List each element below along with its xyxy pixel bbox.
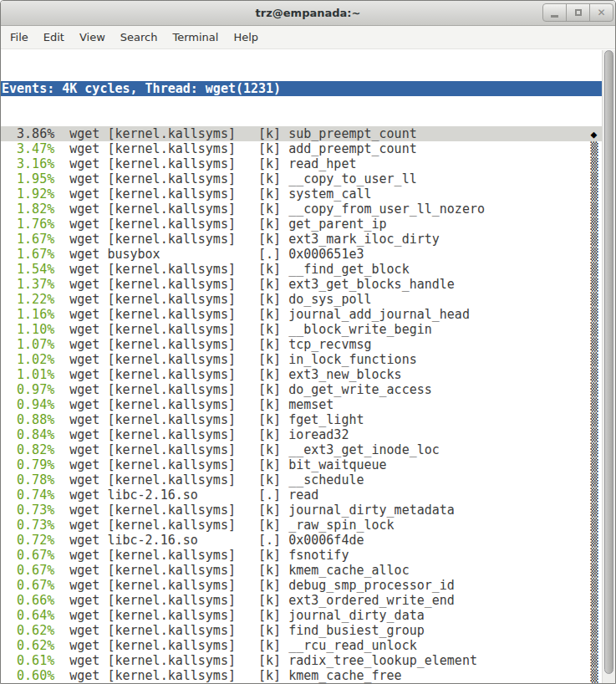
perf-row[interactable]: 0.88% wget [kernel.kallsyms] [k] fget_li… [2,412,602,427]
row-detail: wget [kernel.kallsyms] [k] get_parent_ip [54,217,590,232]
perf-row[interactable]: 0.79% wget [kernel.kallsyms] [k] bit_wai… [2,457,602,472]
perf-row[interactable]: 0.78% wget [kernel.kallsyms] [k] __sched… [2,472,602,487]
perf-row[interactable]: 1.02% wget [kernel.kallsyms] [k] in_lock… [2,352,602,367]
close-button[interactable]: ✕ [589,3,613,22]
overhead-percent: 0.84% [2,427,54,442]
row-texture-icon: ▒ [590,653,598,668]
perf-row[interactable]: 1.37% wget [kernel.kallsyms] [k] ext3_ge… [2,277,602,292]
perf-row[interactable]: 0.61% wget [kernel.kallsyms] [k] radix_t… [2,653,602,668]
row-texture-icon: ▒ [590,548,598,563]
row-texture-icon: ▒ [590,262,598,277]
menu-file[interactable]: File [3,27,36,48]
overhead-percent: 0.97% [2,382,54,397]
perf-row[interactable]: 0.94% wget [kernel.kallsyms] [k] memset … [2,397,602,412]
menu-edit[interactable]: Edit [36,27,72,48]
perf-row[interactable]: 3.16% wget [kernel.kallsyms] [k] read_hp… [2,156,602,171]
overhead-percent: 0.62% [2,638,54,653]
row-detail: wget [kernel.kallsyms] [k] system_call [54,186,590,202]
row-texture-icon: ▒ [590,487,598,503]
row-texture-icon: ▒ [590,668,598,683]
titlebar[interactable]: trz@empanada:~ ✕ [1,1,615,26]
overhead-percent: 0.74% [2,487,54,503]
perf-row[interactable]: 1.67% wget busybox [.] 0x000651e3 ▒ [2,247,602,262]
minimize-button[interactable] [542,3,567,22]
overhead-percent: 1.54% [2,262,54,277]
overhead-percent: 1.67% [2,232,54,247]
overhead-percent: 0.67% [2,578,54,593]
row-texture-icon: ▒ [590,247,598,262]
overhead-percent: 0.67% [2,548,54,563]
perf-row[interactable]: 1.10% wget [kernel.kallsyms] [k] __block… [2,322,602,337]
perf-row[interactable]: 3.47% wget [kernel.kallsyms] [k] add_pre… [2,141,602,156]
row-texture-icon: ▒ [590,457,598,472]
row-texture-icon: ▒ [590,277,598,292]
scrollbar-thumb[interactable] [604,50,613,674]
row-detail: wget [kernel.kallsyms] [k] add_preempt_c… [54,141,590,156]
row-detail: wget [kernel.kallsyms] [k] __find_get_bl… [54,262,590,277]
menu-view[interactable]: View [72,27,113,48]
perf-row[interactable]: 0.67% wget [kernel.kallsyms] [k] debug_s… [2,578,602,593]
overhead-percent: 1.16% [2,307,54,322]
perf-row[interactable]: 0.66% wget [kernel.kallsyms] [k] ext3_or… [2,593,602,608]
overhead-percent: 1.67% [2,247,54,262]
perf-row[interactable]: 1.54% wget [kernel.kallsyms] [k] __find_… [2,262,602,277]
overhead-percent: 1.95% [2,171,54,186]
overhead-percent: 0.88% [2,412,54,427]
overhead-percent: 0.60% [2,668,54,683]
menu-help[interactable]: Help [226,27,266,48]
menu-terminal[interactable]: Terminal [165,27,226,48]
row-detail: wget [kernel.kallsyms] [k] ext3_mark_ilo… [54,232,590,247]
perf-row[interactable]: 0.62% wget [kernel.kallsyms] [k] __rcu_r… [2,638,602,653]
maximize-button[interactable] [566,3,590,22]
perf-row[interactable]: 1.92% wget [kernel.kallsyms] [k] system_… [2,186,602,202]
overhead-percent: 1.07% [2,337,54,352]
overhead-percent: 1.10% [2,322,54,337]
overhead-percent: 0.82% [2,442,54,457]
row-detail: wget [kernel.kallsyms] [k] ext3_get_bloc… [54,277,590,292]
perf-row[interactable]: 1.67% wget [kernel.kallsyms] [k] ext3_ma… [2,232,602,247]
row-detail: wget libc-2.16.so [.] read [54,487,590,503]
overhead-percent: 0.73% [2,518,54,533]
perf-row[interactable]: 1.16% wget [kernel.kallsyms] [k] journal… [2,307,602,322]
perf-row[interactable]: 1.07% wget [kernel.kallsyms] [k] tcp_rec… [2,337,602,352]
menu-search[interactable]: Search [113,27,165,48]
perf-row[interactable]: 0.72% wget libc-2.16.so [.] 0x0006f4de ▒ [2,533,602,548]
perf-row[interactable]: 1.01% wget [kernel.kallsyms] [k] ext3_ne… [2,367,602,382]
perf-row[interactable]: 0.97% wget [kernel.kallsyms] [k] do_get_… [2,382,602,397]
window-controls: ✕ [543,3,613,22]
minimize-icon [551,15,558,18]
close-icon: ✕ [597,7,605,18]
perf-row[interactable]: 0.67% wget [kernel.kallsyms] [k] fsnotif… [2,548,602,563]
perf-row[interactable]: 1.76% wget [kernel.kallsyms] [k] get_par… [2,217,602,232]
terminal-screen[interactable]: Events: 4K cycles, Thread: wget(1231) 3.… [1,50,602,683]
perf-row[interactable]: 0.64% wget [kernel.kallsyms] [k] journal… [2,608,602,623]
perf-row[interactable]: 0.84% wget [kernel.kallsyms] [k] ioread3… [2,427,602,442]
perf-row[interactable]: 1.22% wget [kernel.kallsyms] [k] do_sys_… [2,292,602,307]
row-detail: wget [kernel.kallsyms] [k] ioread32 [54,427,590,442]
perf-row[interactable]: 1.95% wget [kernel.kallsyms] [k] __copy_… [2,171,602,186]
perf-row[interactable]: 1.82% wget [kernel.kallsyms] [k] __copy_… [2,202,602,217]
perf-row[interactable]: 0.67% wget [kernel.kallsyms] [k] kmem_ca… [2,563,602,578]
perf-row[interactable]: 0.74% wget libc-2.16.so [.] read ▒ [2,487,602,503]
overhead-percent: 3.47% [2,141,54,156]
selected-marker-icon: ◆ [590,128,597,140]
row-detail: wget [kernel.kallsyms] [k] radix_tree_lo… [54,653,590,668]
row-detail: wget [kernel.kallsyms] [k] __schedule [54,472,590,487]
overhead-percent: 3.16% [2,156,54,171]
perf-row[interactable]: 0.73% wget [kernel.kallsyms] [k] journal… [2,503,602,518]
row-texture-icon: ▒ [590,322,598,337]
row-texture-icon: ▒ [590,367,598,382]
row-texture-icon: ▒ [590,156,598,171]
row-detail: wget [kernel.kallsyms] [k] do_sys_poll [54,292,590,307]
perf-row[interactable]: 0.82% wget [kernel.kallsyms] [k] __ext3_… [2,442,602,457]
row-detail: wget [kernel.kallsyms] [k] fsnotify [54,548,590,563]
perf-row[interactable]: 0.62% wget [kernel.kallsyms] [k] find_bu… [2,623,602,638]
row-texture-icon: ▒ [590,638,598,653]
scrollbar-track[interactable] [602,50,615,683]
perf-row[interactable]: 0.60% wget [kernel.kallsyms] [k] kmem_ca… [2,668,602,683]
row-texture-icon: ▒ [590,186,598,202]
perf-row[interactable]: 0.73% wget [kernel.kallsyms] [k] _raw_sp… [2,518,602,533]
terminal-window: trz@empanada:~ ✕ File Edit View Search T… [0,0,616,684]
perf-row[interactable]: 3.86% wget [kernel.kallsyms] [k] sub_pre… [1,126,602,141]
row-detail: wget [kernel.kallsyms] [k] do_get_write_… [54,382,590,397]
